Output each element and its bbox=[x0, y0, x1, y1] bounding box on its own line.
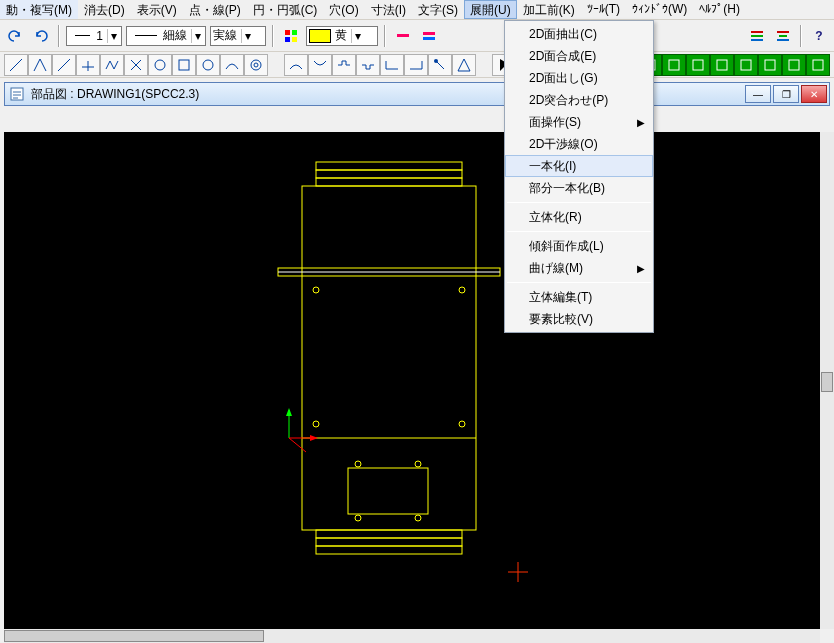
maximize-button[interactable]: ❐ bbox=[773, 85, 799, 103]
dim-tool-0[interactable] bbox=[284, 54, 308, 76]
menu-item-4[interactable]: 円・円弧(C) bbox=[247, 0, 324, 19]
draw-tool-2[interactable] bbox=[52, 54, 76, 76]
menu-item-2[interactable]: 表示(V) bbox=[131, 0, 183, 19]
menu-item-6[interactable]: 寸法(I) bbox=[365, 0, 412, 19]
drawing-svg bbox=[4, 132, 820, 629]
palette-icon[interactable] bbox=[280, 25, 302, 47]
svg-rect-1 bbox=[292, 30, 297, 35]
process-tool-7[interactable] bbox=[782, 54, 806, 76]
dim-tool-2[interactable] bbox=[332, 54, 356, 76]
chevron-down-icon: ▾ bbox=[191, 29, 203, 43]
linestyle-combo[interactable]: 実線 ▾ bbox=[210, 26, 266, 46]
process-tool-2[interactable] bbox=[662, 54, 686, 76]
menu-item-15[interactable]: 要素比較(V) bbox=[505, 308, 653, 330]
vertical-scrollbar[interactable] bbox=[820, 132, 834, 629]
dim-tool-3[interactable] bbox=[356, 54, 380, 76]
scroll-thumb[interactable] bbox=[821, 372, 833, 392]
svg-line-54 bbox=[289, 438, 306, 452]
linepattern-combo[interactable]: 細線 ▾ bbox=[126, 26, 206, 46]
svg-rect-5 bbox=[423, 32, 435, 35]
svg-rect-29 bbox=[813, 60, 823, 70]
svg-rect-2 bbox=[285, 37, 290, 42]
menu-item-11[interactable]: ｳｨﾝﾄﾞｳ(W) bbox=[626, 0, 693, 19]
svg-marker-53 bbox=[310, 435, 318, 441]
draw-tool-8[interactable] bbox=[196, 54, 220, 76]
svg-rect-34 bbox=[302, 186, 476, 530]
svg-point-39 bbox=[313, 421, 319, 427]
menu-item-7[interactable]: 部分一本化(B) bbox=[505, 177, 653, 199]
draw-tool-5[interactable] bbox=[124, 54, 148, 76]
menu-item-9[interactable]: 立体化(R) bbox=[505, 206, 653, 228]
svg-rect-27 bbox=[765, 60, 775, 70]
layer2-icon[interactable] bbox=[418, 25, 440, 47]
drawing-canvas[interactable] bbox=[4, 132, 820, 629]
align1-icon[interactable] bbox=[746, 25, 768, 47]
draw-tool-10[interactable] bbox=[244, 54, 268, 76]
dim-tool-1[interactable] bbox=[308, 54, 332, 76]
menu-item-0[interactable]: 動・複写(M) bbox=[0, 0, 78, 19]
minimize-button[interactable]: — bbox=[745, 85, 771, 103]
help-icon[interactable]: ? bbox=[808, 25, 830, 47]
draw-tool-7[interactable] bbox=[172, 54, 196, 76]
horizontal-scrollbar[interactable] bbox=[4, 629, 820, 643]
color-label: 黄 bbox=[335, 27, 347, 44]
menu-item-5[interactable]: 穴(O) bbox=[323, 0, 364, 19]
menu-item-12[interactable]: 曲げ線(M)▶ bbox=[505, 257, 653, 279]
close-button[interactable]: ✕ bbox=[801, 85, 827, 103]
align2-icon[interactable] bbox=[772, 25, 794, 47]
separator bbox=[800, 25, 802, 47]
svg-point-46 bbox=[415, 515, 421, 521]
dim-tool-7[interactable] bbox=[452, 54, 476, 76]
draw-tool-6[interactable] bbox=[148, 54, 172, 76]
menu-item-1[interactable]: 消去(D) bbox=[78, 0, 131, 19]
chevron-down-icon: ▾ bbox=[107, 29, 119, 43]
menu-item-4[interactable]: 面操作(S)▶ bbox=[505, 111, 653, 133]
svg-rect-32 bbox=[316, 170, 462, 178]
menu-item-0[interactable]: 2D面抽出(C) bbox=[505, 23, 653, 45]
linewidth-combo[interactable]: 1 ▾ bbox=[66, 26, 122, 46]
svg-rect-12 bbox=[777, 39, 789, 41]
dim-tool-4[interactable] bbox=[380, 54, 404, 76]
draw-tool-3[interactable] bbox=[76, 54, 100, 76]
document-icon bbox=[9, 86, 25, 102]
dim-tool-6[interactable] bbox=[428, 54, 452, 76]
undo-icon[interactable] bbox=[4, 25, 26, 47]
process-tool-8[interactable] bbox=[806, 54, 830, 76]
menu-item-5[interactable]: 2D干渉線(O) bbox=[505, 133, 653, 155]
menu-separator bbox=[507, 202, 651, 203]
scroll-thumb[interactable] bbox=[4, 630, 264, 642]
process-tool-4[interactable] bbox=[710, 54, 734, 76]
draw-tool-4[interactable] bbox=[100, 54, 124, 76]
svg-rect-24 bbox=[693, 60, 703, 70]
process-tool-6[interactable] bbox=[758, 54, 782, 76]
process-tool-5[interactable] bbox=[734, 54, 758, 76]
svg-rect-31 bbox=[316, 162, 462, 170]
menu-item-6[interactable]: 一本化(I) bbox=[505, 155, 653, 177]
layer1-icon[interactable] bbox=[392, 25, 414, 47]
svg-rect-9 bbox=[751, 39, 763, 41]
submenu-arrow-icon: ▶ bbox=[637, 117, 645, 128]
draw-tool-9[interactable] bbox=[220, 54, 244, 76]
color-combo[interactable]: 黄 ▾ bbox=[306, 26, 378, 46]
draw-tool-1[interactable] bbox=[28, 54, 52, 76]
menu-item-2[interactable]: 2D面出し(G) bbox=[505, 67, 653, 89]
menu-item-3[interactable]: 点・線(P) bbox=[183, 0, 247, 19]
draw-tool-0[interactable] bbox=[4, 54, 28, 76]
svg-point-17 bbox=[254, 63, 258, 67]
menu-item-3[interactable]: 2D突合わせ(P) bbox=[505, 89, 653, 111]
menu-item-7[interactable]: 文字(S) bbox=[412, 0, 464, 19]
svg-point-43 bbox=[355, 461, 361, 467]
toolbar-2 bbox=[0, 52, 834, 78]
process-tool-3[interactable] bbox=[686, 54, 710, 76]
svg-rect-4 bbox=[397, 34, 409, 37]
svg-point-16 bbox=[251, 60, 261, 70]
menu-item-12[interactable]: ﾍﾙﾌﾟ(H) bbox=[693, 0, 746, 19]
menu-item-8[interactable]: 展開(U) bbox=[464, 0, 517, 19]
menu-item-9[interactable]: 加工前(K) bbox=[517, 0, 581, 19]
menu-item-14[interactable]: 立体編集(T) bbox=[505, 286, 653, 308]
menu-item-10[interactable]: ﾂｰﾙ(T) bbox=[581, 0, 626, 19]
menu-item-11[interactable]: 傾斜面作成(L) bbox=[505, 235, 653, 257]
dim-tool-5[interactable] bbox=[404, 54, 428, 76]
menu-item-1[interactable]: 2D面合成(E) bbox=[505, 45, 653, 67]
redo-icon[interactable] bbox=[30, 25, 52, 47]
